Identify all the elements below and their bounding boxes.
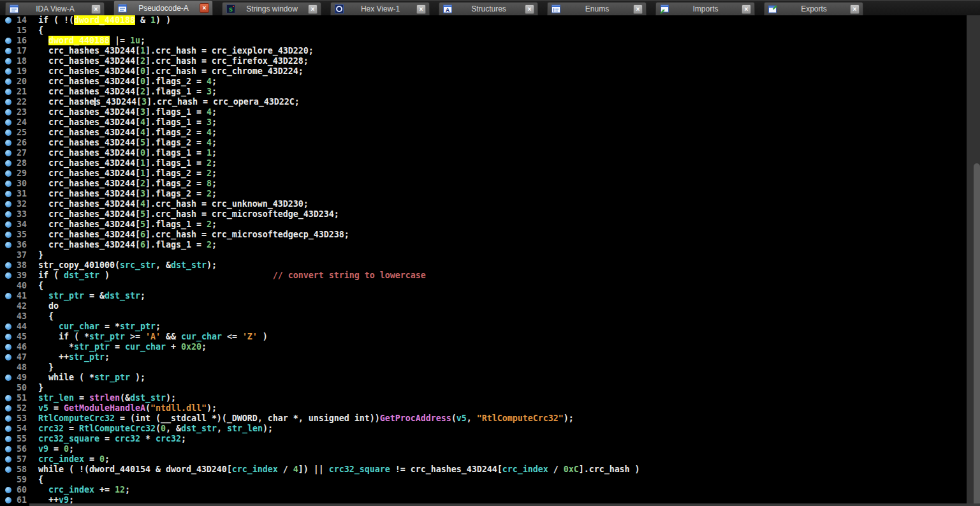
code-line[interactable]: 32 crc_hashes_43D244[4].crc_hash = crc_u… (0, 199, 969, 209)
breakpoint-gutter[interactable] (0, 250, 15, 260)
breakpoint-icon[interactable] (5, 170, 11, 177)
code-line[interactable]: 57crc_index = 0; (0, 454, 969, 465)
breakpoint-gutter[interactable] (0, 77, 15, 87)
breakpoint-icon[interactable] (5, 78, 11, 85)
breakpoint-gutter[interactable] (0, 189, 15, 199)
breakpoint-icon[interactable] (5, 221, 11, 228)
breakpoint-icon[interactable] (5, 405, 11, 412)
breakpoint-gutter[interactable] (0, 465, 15, 475)
breakpoint-icon[interactable] (5, 140, 11, 146)
code-line[interactable]: 59{ (0, 475, 969, 485)
code-line[interactable]: 51str_len = strlen(&dst_str); (0, 393, 969, 403)
breakpoint-icon[interactable] (5, 201, 11, 207)
code-line[interactable]: 28 crc_hashes_43D244[1].flags_1 = 2; (0, 158, 969, 168)
code-line[interactable]: 27 crc_hashes_43D244[0].flags_1 = 1; (0, 148, 969, 158)
close-tab-button[interactable]: × (308, 4, 318, 14)
breakpoint-gutter[interactable] (0, 383, 15, 393)
breakpoint-gutter[interactable] (0, 434, 15, 444)
breakpoint-icon[interactable] (5, 324, 11, 330)
close-tab-button[interactable]: × (200, 3, 209, 13)
breakpoint-gutter[interactable] (0, 56, 15, 66)
breakpoint-gutter[interactable] (0, 495, 15, 505)
breakpoint-gutter[interactable] (0, 332, 15, 342)
breakpoint-icon[interactable] (5, 487, 11, 493)
breakpoint-icon[interactable] (5, 38, 11, 44)
breakpoint-gutter[interactable] (0, 66, 15, 77)
code-line[interactable]: 17 crc_hashes_43D244[1].crc_hash = crc_i… (0, 46, 969, 56)
breakpoint-gutter[interactable] (0, 168, 15, 179)
code-line[interactable]: 47 ++str_ptr; (0, 352, 969, 362)
code-line[interactable]: 33 crc_hashes_43D244[5].crc_hash = crc_m… (0, 209, 969, 220)
code-line[interactable]: 52v5 = GetModuleHandleA("ntdll.dll"); (0, 403, 969, 413)
breakpoint-icon[interactable] (5, 334, 11, 340)
breakpoint-gutter[interactable] (0, 454, 15, 465)
breakpoint-icon[interactable] (5, 191, 11, 197)
breakpoint-gutter[interactable] (0, 485, 15, 495)
tab-imports[interactable]: Imports× (655, 2, 755, 15)
breakpoint-gutter[interactable] (0, 97, 15, 107)
breakpoint-icon[interactable] (5, 130, 11, 136)
breakpoint-icon[interactable] (5, 160, 11, 167)
breakpoint-icon[interactable] (5, 344, 11, 350)
breakpoint-gutter[interactable] (0, 393, 15, 403)
code-line[interactable]: 54crc32 = RtlComputeCrc32(0, &dst_str, s… (0, 424, 969, 434)
breakpoint-gutter[interactable] (0, 158, 15, 168)
breakpoint-gutter[interactable] (0, 475, 15, 485)
breakpoint-icon[interactable] (5, 395, 11, 401)
code-line[interactable]: 20 crc_hashes_43D244[0].flags_2 = 4; (0, 77, 969, 87)
breakpoint-gutter[interactable] (0, 230, 15, 240)
breakpoint-icon[interactable] (5, 446, 11, 452)
breakpoint-gutter[interactable] (0, 128, 15, 138)
breakpoint-gutter[interactable] (0, 138, 15, 148)
breakpoint-icon[interactable] (5, 262, 11, 269)
breakpoint-icon[interactable] (5, 375, 11, 381)
breakpoint-gutter[interactable] (0, 413, 15, 424)
horizontal-scrollbar-track[interactable] (29, 503, 980, 506)
code-line[interactable]: 44 cur_char = *str_ptr; (0, 322, 969, 332)
breakpoint-gutter[interactable] (0, 271, 15, 281)
breakpoint-gutter[interactable] (0, 179, 15, 189)
close-tab-button[interactable]: × (742, 4, 751, 14)
code-line[interactable]: 58while ( !(dword_440154 & dword_43D240[… (0, 465, 969, 475)
code-line[interactable]: 21 crc_hashes_43D244[2].flags_1 = 3; (0, 87, 969, 97)
code-line[interactable]: 46 *str_ptr = cur_char + 0x20; (0, 342, 969, 352)
code-line[interactable]: 26 crc_hashes_43D244[5].flags_2 = 4; (0, 138, 969, 148)
code-line[interactable]: 49 while ( *str_ptr ); (0, 373, 969, 383)
code-line[interactable]: 60 crc_index += 12; (0, 485, 969, 495)
code-line[interactable]: 48 } (0, 362, 969, 373)
breakpoint-icon[interactable] (5, 272, 11, 279)
code-line[interactable]: 38str_copy_401000(src_str, &dst_str); (0, 260, 969, 271)
breakpoint-gutter[interactable] (0, 199, 15, 209)
breakpoint-gutter[interactable] (0, 46, 15, 56)
breakpoint-icon[interactable] (5, 109, 11, 115)
breakpoint-gutter[interactable] (0, 281, 15, 291)
breakpoint-gutter[interactable] (0, 311, 15, 322)
tab-hex-view-1[interactable]: Hex View-1× (330, 2, 430, 15)
close-tab-button[interactable]: × (633, 4, 643, 14)
tab-enums[interactable]: Enums× (547, 2, 647, 15)
close-tab-button[interactable]: × (525, 4, 534, 14)
breakpoint-icon[interactable] (5, 211, 11, 218)
code-line[interactable]: 39if ( dst_str ) // convert string to lo… (0, 271, 969, 281)
code-line[interactable]: 18 crc_hashes_43D244[2].crc_hash = crc_f… (0, 56, 969, 66)
breakpoint-gutter[interactable] (0, 352, 15, 362)
breakpoint-icon[interactable] (5, 58, 11, 64)
breakpoint-icon[interactable] (5, 17, 11, 24)
code-line[interactable]: 25 crc_hashes_43D244[4].flags_2 = 4; (0, 128, 969, 138)
breakpoint-icon[interactable] (5, 48, 11, 54)
code-line[interactable]: 34 crc_hashes_43D244[5].flags_1 = 2; (0, 220, 969, 230)
code-line[interactable]: 31 crc_hashes_43D244[3].flags_2 = 2; (0, 189, 969, 199)
code-line[interactable]: 40{ (0, 281, 969, 291)
breakpoint-icon[interactable] (5, 150, 11, 156)
code-line[interactable]: 42 do (0, 301, 969, 311)
breakpoint-gutter[interactable] (0, 36, 15, 46)
breakpoint-icon[interactable] (5, 426, 11, 432)
breakpoint-icon[interactable] (5, 436, 11, 442)
code-line[interactable]: 30 crc_hashes_43D244[2].flags_2 = 8; (0, 179, 969, 189)
tab-exports[interactable]: Exports× (764, 2, 863, 15)
tab-ida-view-a[interactable]: IDA View-A× (5, 2, 105, 15)
breakpoint-icon[interactable] (5, 293, 11, 299)
code-area[interactable]: 14if ( !(dword_440188 & 1) )15{16 dword_… (0, 15, 969, 505)
breakpoint-gutter[interactable] (0, 220, 15, 230)
code-line[interactable]: 36 crc_hashes_43D244[6].flags_1 = 2; (0, 240, 969, 250)
